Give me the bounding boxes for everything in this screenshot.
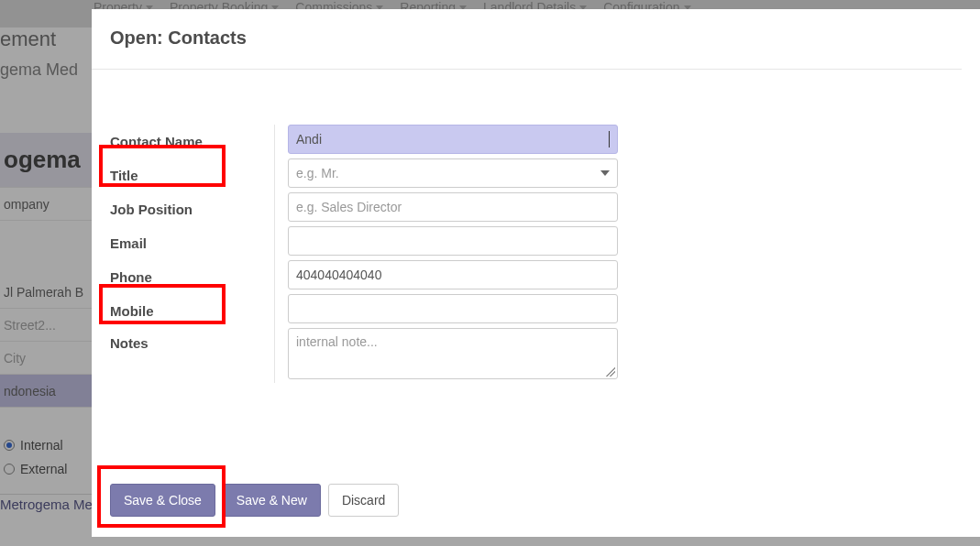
label-phone: Phone bbox=[110, 260, 274, 294]
contact-name-input[interactable]: Andi bbox=[288, 125, 618, 154]
text-cursor-icon bbox=[609, 131, 610, 147]
phone-input[interactable]: 404040404040 bbox=[288, 260, 618, 289]
label-notes: Notes bbox=[110, 328, 274, 383]
label-title: Title bbox=[110, 158, 274, 192]
contacts-modal: Open: Contacts Contact Name Title Job Po… bbox=[92, 9, 980, 537]
label-contact-name: Contact Name bbox=[110, 125, 274, 158]
label-email: Email bbox=[110, 226, 274, 260]
discard-button[interactable]: Discard bbox=[328, 484, 399, 517]
label-mobile: Mobile bbox=[110, 294, 274, 328]
modal-title: Open: Contacts bbox=[110, 27, 962, 49]
mobile-input[interactable] bbox=[288, 294, 618, 323]
email-input[interactable] bbox=[288, 226, 618, 256]
label-job: Job Position bbox=[110, 192, 274, 226]
save-new-button[interactable]: Save & New bbox=[223, 484, 321, 517]
notes-textarea[interactable]: internal note... bbox=[288, 328, 618, 379]
title-select[interactable]: e.g. Mr. bbox=[288, 158, 618, 188]
save-close-button[interactable]: Save & Close bbox=[110, 484, 215, 517]
job-position-input[interactable]: e.g. Sales Director bbox=[288, 192, 618, 222]
modal-header: Open: Contacts bbox=[92, 9, 962, 70]
chevron-down-icon bbox=[600, 170, 610, 176]
